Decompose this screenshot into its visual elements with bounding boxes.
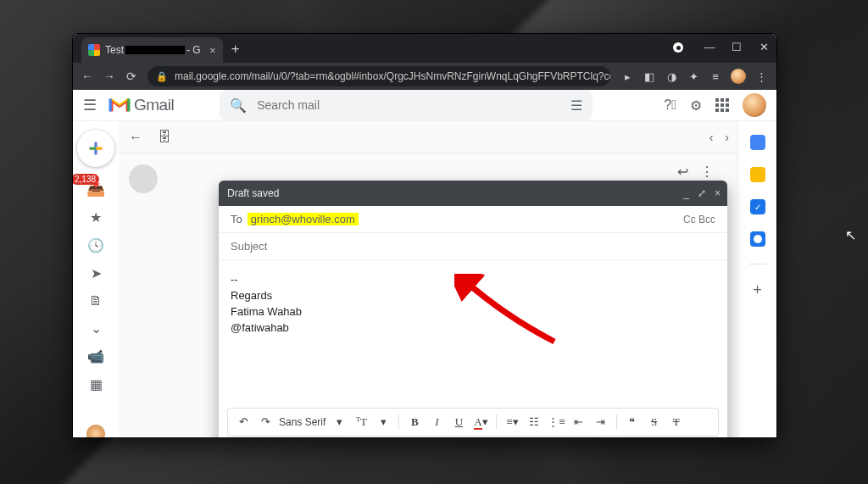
- search-options-icon[interactable]: ☰: [570, 97, 582, 114]
- gmail-m-icon: [108, 97, 131, 114]
- side-panel: + ›: [737, 121, 776, 437]
- clear-formatting-icon[interactable]: T: [668, 415, 685, 429]
- gmail-header: ☰ Gmail 🔍 ☰ ?⃝ ⚙: [73, 90, 776, 121]
- compose-button[interactable]: [77, 130, 114, 167]
- signature-line: Fatima Wahab: [231, 304, 715, 320]
- window-close-button[interactable]: ✕: [756, 41, 771, 53]
- google-apps-icon[interactable]: [715, 98, 729, 112]
- mail-list-area: ← 🗄 ‹ › ↩ ⋮ Draft saved: [119, 121, 737, 437]
- bulleted-list-icon[interactable]: ⋮≡: [548, 415, 565, 429]
- support-icon[interactable]: ?⃝: [664, 97, 676, 113]
- underline-icon[interactable]: U: [450, 415, 467, 429]
- redo-icon[interactable]: ↷: [257, 415, 274, 429]
- extension-icon[interactable]: ▸: [620, 70, 634, 83]
- tab-title-redacted: [125, 46, 185, 54]
- font-size-chevron-icon[interactable]: ▾: [375, 415, 392, 429]
- url-text: mail.google.com/mail/u/0/?tab=rm&ogbl#in…: [175, 70, 610, 82]
- more-icon[interactable]: ⌄: [91, 320, 102, 337]
- extensions-puzzle-icon[interactable]: ✦: [687, 70, 700, 83]
- extension-icon[interactable]: ◑: [665, 70, 678, 83]
- compose-minimize-icon[interactable]: _: [683, 187, 689, 199]
- inbox-unread-badge: 2,138: [73, 174, 99, 185]
- gmail-logo[interactable]: Gmail: [108, 96, 174, 114]
- profile-avatar[interactable]: [731, 69, 746, 84]
- lock-icon: 🔒: [156, 71, 168, 82]
- browser-menu-icon[interactable]: ⋮: [754, 70, 768, 83]
- formatting-toolbar: ↶ ↷ Sans Serif ▾ ᵀT ▾ B I U A▾ ≡▾ ☷: [227, 408, 719, 437]
- keep-icon[interactable]: [750, 167, 765, 182]
- window-maximize-button[interactable]: ☐: [729, 41, 744, 53]
- cc-link[interactable]: Cc: [683, 214, 696, 225]
- numbered-list-icon[interactable]: ☷: [526, 415, 542, 429]
- drafts-icon[interactable]: 🗎: [89, 293, 103, 309]
- font-size-icon[interactable]: ᵀT: [353, 415, 370, 429]
- meet-join-icon[interactable]: ▦: [90, 376, 103, 392]
- search-input[interactable]: [257, 98, 560, 112]
- text-color-icon[interactable]: A▾: [472, 415, 489, 429]
- compose-body[interactable]: -- Regards Fatima Wahab @fatiwahab: [219, 260, 727, 408]
- gmail-wordmark: Gmail: [134, 96, 174, 114]
- bcc-link[interactable]: Bcc: [698, 214, 715, 225]
- contacts-icon[interactable]: [750, 231, 765, 247]
- extension-icon[interactable]: ◧: [643, 70, 656, 83]
- new-tab-button[interactable]: +: [231, 41, 240, 58]
- browser-window: Test - G × + ― ☐ ✕ ← → ⟳ 🔒 mail.google.c…: [73, 34, 776, 437]
- align-icon[interactable]: ≡▾: [504, 415, 520, 429]
- sent-icon[interactable]: ➤: [91, 265, 102, 281]
- compose-titlebar[interactable]: Draft saved _ ⤢ ×: [219, 181, 727, 206]
- browser-toolbar: ← → ⟳ 🔒 mail.google.com/mail/u/0/?tab=rm…: [73, 63, 776, 90]
- extension-icon[interactable]: ≡: [709, 70, 722, 83]
- nav-forward-icon[interactable]: →: [103, 70, 115, 83]
- search-box[interactable]: 🔍 ☰: [220, 90, 593, 120]
- settings-gear-icon[interactable]: ⚙: [690, 97, 702, 114]
- window-minimize-button[interactable]: ―: [702, 41, 717, 53]
- italic-icon[interactable]: I: [428, 415, 445, 429]
- compose-title: Draft saved: [227, 187, 279, 199]
- account-avatar[interactable]: [743, 93, 766, 117]
- indent-less-icon[interactable]: ⇤: [570, 415, 587, 429]
- font-family-chevron-icon[interactable]: ▾: [331, 415, 348, 429]
- signature-line: @fatiwahab: [231, 320, 715, 337]
- snoozed-icon[interactable]: 🕓: [87, 237, 104, 253]
- gmail-sidebar: 2,138 📥 ★ 🕓 ➤ 🗎 ⌄ 📹 ▦: [73, 121, 119, 437]
- tasks-icon[interactable]: [750, 199, 765, 214]
- compose-window: Draft saved _ ⤢ × To grinch@whoville.com…: [219, 181, 727, 437]
- media-indicator-icon[interactable]: [673, 42, 683, 53]
- tab-title-prefix: Test: [105, 44, 124, 56]
- search-icon: 🔍: [230, 97, 247, 114]
- to-label: To: [231, 213, 242, 225]
- address-bar[interactable]: 🔒 mail.google.com/mail/u/0/?tab=rm&ogbl#…: [147, 66, 610, 86]
- signature-line: Regards: [231, 288, 715, 304]
- gmail-favicon-icon: [88, 44, 100, 56]
- subject-input[interactable]: [231, 240, 715, 253]
- signature-line: --: [231, 272, 715, 288]
- nav-reload-icon[interactable]: ⟳: [125, 70, 137, 83]
- compose-fullscreen-icon[interactable]: ⤢: [698, 187, 706, 199]
- nav-back-icon[interactable]: ←: [81, 70, 93, 83]
- compose-close-icon[interactable]: ×: [715, 187, 721, 199]
- get-addons-icon[interactable]: +: [753, 281, 762, 299]
- browser-titlebar: Test - G × + ― ☐ ✕: [73, 34, 776, 63]
- starred-icon[interactable]: ★: [90, 209, 102, 225]
- inbox-icon[interactable]: 2,138 📥: [86, 179, 105, 197]
- hangouts-contact-avatar[interactable]: [86, 425, 105, 437]
- undo-icon[interactable]: ↶: [235, 415, 252, 429]
- gmail-body: 2,138 📥 ★ 🕓 ➤ 🗎 ⌄ 📹 ▦ ← 🗄: [73, 121, 776, 437]
- calendar-icon[interactable]: [750, 135, 765, 150]
- font-family-dropdown[interactable]: Sans Serif: [279, 416, 326, 428]
- gmail-app: ☰ Gmail 🔍 ☰ ?⃝ ⚙: [73, 90, 776, 437]
- browser-tab[interactable]: Test - G ×: [81, 37, 223, 63]
- compose-subject-field[interactable]: [219, 233, 727, 260]
- mouse-cursor-icon: ↖: [845, 227, 856, 243]
- strikethrough-icon[interactable]: S: [646, 415, 663, 429]
- compose-to-field[interactable]: To grinch@whoville.com Cc Bcc: [219, 206, 727, 233]
- quote-icon[interactable]: ❝: [624, 415, 641, 429]
- tab-title-suffix: - G: [186, 44, 201, 56]
- bold-icon[interactable]: B: [406, 415, 423, 429]
- tab-close-icon[interactable]: ×: [209, 44, 216, 57]
- extensions-area: ▸ ◧ ◑ ✦ ≡ ⋮: [620, 69, 768, 84]
- indent-more-icon[interactable]: ⇥: [593, 415, 609, 429]
- main-menu-icon[interactable]: ☰: [83, 96, 97, 114]
- to-recipient-highlighted[interactable]: grinch@whoville.com: [248, 213, 359, 225]
- meet-new-icon[interactable]: 📹: [87, 348, 104, 364]
